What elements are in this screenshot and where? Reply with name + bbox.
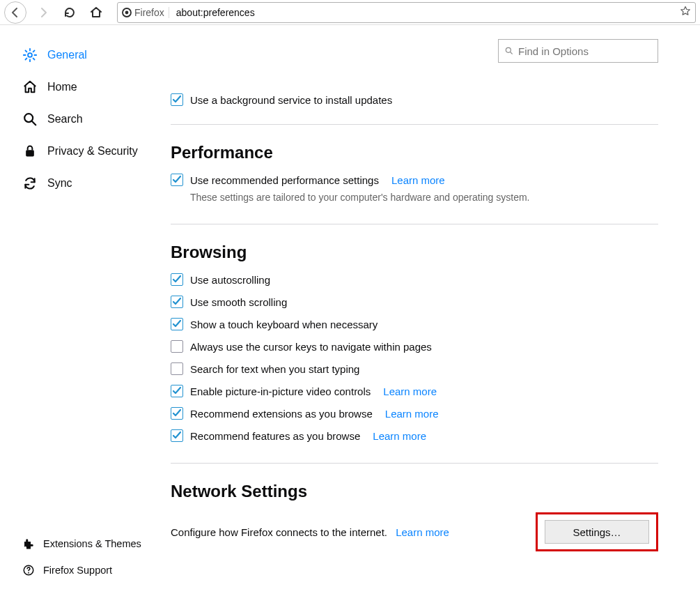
- section-divider: [171, 463, 658, 464]
- sidebar-item-sync[interactable]: Sync: [22, 167, 171, 199]
- help-icon: [22, 564, 35, 576]
- touch-keyboard-label: Show a touch keyboard when necessary: [190, 319, 378, 330]
- checkbox-smooth-scrolling[interactable]: [171, 296, 183, 308]
- svg-point-15: [28, 572, 29, 574]
- network-heading: Network Settings: [171, 482, 658, 501]
- section-network: Network Settings Configure how Firefox c…: [171, 482, 658, 551]
- puzzle-icon: [22, 537, 35, 550]
- rec-ext-learn-more-link[interactable]: Learn more: [385, 408, 439, 420]
- sidebar-item-support[interactable]: Firefox Support: [22, 557, 171, 583]
- pip-learn-more-link[interactable]: Learn more: [383, 385, 437, 397]
- sidebar-item-home[interactable]: Home: [22, 71, 171, 103]
- preferences-content: Use a background service to install upda…: [171, 25, 700, 596]
- recommend-features-label: Recommend features as you browse: [190, 430, 360, 442]
- sidebar-item-extensions[interactable]: Extensions & Themes: [22, 530, 171, 557]
- url-text: about:preferences: [173, 7, 676, 18]
- bookmark-star-icon[interactable]: [680, 6, 691, 19]
- home-icon: [22, 79, 38, 95]
- checkbox-touch-keyboard[interactable]: [171, 318, 183, 330]
- search-icon: [22, 112, 38, 127]
- checkbox-autoscrolling[interactable]: [171, 273, 183, 286]
- checkbox-pip[interactable]: [171, 385, 183, 397]
- search-icon: [504, 46, 514, 56]
- section-browsing: Browsing Use autoscrolling Use smooth sc…: [171, 243, 658, 442]
- svg-rect-13: [26, 150, 34, 156]
- sidebar-item-search[interactable]: Search: [22, 103, 171, 135]
- checkbox-recommend-features[interactable]: [171, 429, 183, 442]
- svg-line-17: [511, 52, 513, 54]
- svg-point-16: [506, 47, 511, 52]
- home-button[interactable]: [86, 3, 106, 22]
- browser-toolbar: Firefox about:preferences: [0, 0, 700, 25]
- section-performance: Performance Use recommended performance …: [171, 143, 658, 203]
- sidebar-item-label: Extensions & Themes: [43, 538, 141, 549]
- svg-line-9: [25, 59, 26, 60]
- sidebar-item-privacy[interactable]: Privacy & Security: [22, 135, 171, 167]
- autoscrolling-label: Use autoscrolling: [190, 274, 270, 286]
- gear-icon: [22, 47, 38, 63]
- sidebar-item-label: Search: [47, 113, 83, 125]
- network-learn-more-link[interactable]: Learn more: [396, 526, 449, 538]
- sidebar-item-general[interactable]: General: [22, 39, 171, 71]
- performance-heading: Performance: [171, 143, 658, 162]
- section-divider: [171, 124, 658, 125]
- perf-learn-more-link[interactable]: Learn more: [391, 174, 445, 186]
- sidebar-item-label: Home: [47, 81, 77, 93]
- checkbox-bg-service[interactable]: [171, 93, 183, 106]
- checkbox-search-text[interactable]: [171, 362, 183, 375]
- sidebar-item-label: Sync: [47, 177, 72, 190]
- svg-line-7: [25, 50, 26, 52]
- cursor-keys-label: Always use the cursor keys to navigate w…: [190, 341, 432, 353]
- address-bar[interactable]: Firefox about:preferences: [117, 2, 696, 23]
- svg-line-10: [33, 50, 35, 52]
- svg-line-12: [32, 121, 36, 125]
- svg-point-2: [28, 53, 32, 57]
- lock-icon: [22, 144, 38, 159]
- forward-button: [33, 3, 53, 22]
- smooth-scrolling-label: Use smooth scrolling: [190, 296, 287, 308]
- identity-box[interactable]: Firefox: [122, 7, 169, 18]
- recommended-perf-label: Use recommended performance settings: [190, 174, 379, 186]
- sidebar-item-label: Firefox Support: [43, 565, 112, 576]
- perf-description: These settings are tailored to your comp…: [190, 192, 658, 203]
- sidebar-item-label: General: [47, 49, 87, 61]
- checkbox-recommended-perf[interactable]: [171, 174, 183, 186]
- find-input[interactable]: [518, 45, 652, 57]
- recommend-extensions-label: Recommend extensions as you browse: [190, 408, 373, 420]
- settings-button-highlight: Settings…: [536, 512, 658, 551]
- find-in-options[interactable]: [498, 39, 658, 63]
- identity-label: Firefox: [134, 7, 164, 18]
- svg-point-1: [125, 10, 129, 14]
- reload-button[interactable]: [60, 3, 79, 22]
- network-settings-button[interactable]: Settings…: [545, 520, 649, 544]
- search-text-label: Search for text when you start typing: [190, 363, 359, 375]
- network-description: Configure how Firefox connects to the in…: [171, 526, 387, 538]
- checkbox-recommend-extensions[interactable]: [171, 407, 183, 420]
- bg-service-label: Use a background service to install upda…: [190, 94, 392, 106]
- pip-label: Enable picture-in-picture video controls: [190, 385, 371, 397]
- firefox-icon: [122, 8, 132, 17]
- checkbox-cursor-keys[interactable]: [171, 340, 183, 353]
- section-divider: [171, 224, 658, 224]
- preferences-sidebar: General Home Search Privacy & Security: [0, 25, 171, 596]
- sync-icon: [22, 176, 38, 191]
- sidebar-item-label: Privacy & Security: [47, 145, 138, 158]
- rec-feat-learn-more-link[interactable]: Learn more: [373, 430, 426, 442]
- browsing-heading: Browsing: [171, 243, 658, 262]
- back-button[interactable]: [4, 1, 26, 24]
- svg-line-8: [33, 59, 35, 60]
